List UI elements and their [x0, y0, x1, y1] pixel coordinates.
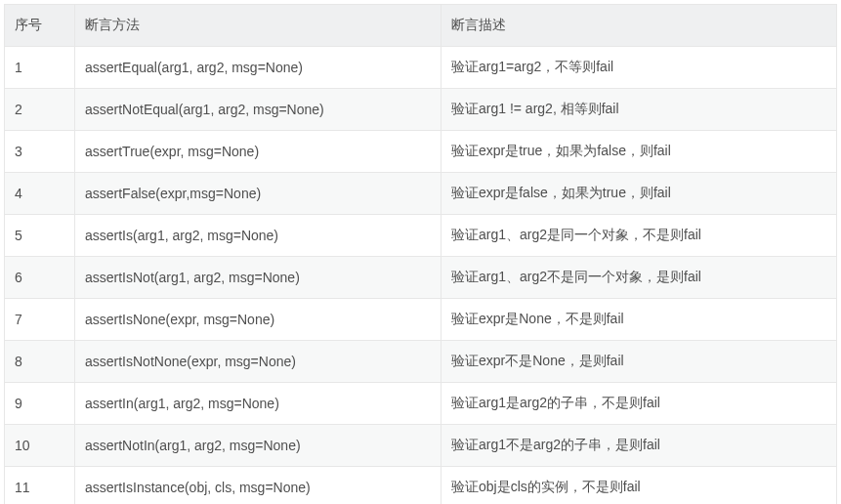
- cell-desc: 验证expr是true，如果为false，则fail: [442, 131, 837, 173]
- table-body: 1assertEqual(arg1, arg2, msg=None)验证arg1…: [5, 47, 837, 505]
- cell-desc: 验证arg1、arg2是同一个对象，不是则fail: [442, 215, 837, 257]
- table-row: 11assertIsInstance(obj, cls, msg=None)验证…: [5, 467, 837, 505]
- table-header-row: 序号 断言方法 断言描述: [5, 5, 837, 47]
- header-method: 断言方法: [75, 5, 442, 47]
- cell-desc: 验证arg1 != arg2, 相等则fail: [442, 89, 837, 131]
- table-row: 6assertIsNot(arg1, arg2, msg=None)验证arg1…: [5, 257, 837, 299]
- assertion-table: 序号 断言方法 断言描述 1assertEqual(arg1, arg2, ms…: [4, 4, 837, 504]
- cell-method: assertIn(arg1, arg2, msg=None): [75, 383, 442, 425]
- cell-method: assertIs(arg1, arg2, msg=None): [75, 215, 442, 257]
- cell-no: 8: [5, 341, 75, 383]
- cell-no: 7: [5, 299, 75, 341]
- table-row: 7assertIsNone(expr, msg=None)验证expr是None…: [5, 299, 837, 341]
- header-no: 序号: [5, 5, 75, 47]
- cell-method: assertNotIn(arg1, arg2, msg=None): [75, 425, 442, 467]
- table-row: 10assertNotIn(arg1, arg2, msg=None)验证arg…: [5, 425, 837, 467]
- cell-no: 9: [5, 383, 75, 425]
- cell-no: 5: [5, 215, 75, 257]
- cell-desc: 验证obj是cls的实例，不是则fail: [442, 467, 837, 505]
- cell-no: 6: [5, 257, 75, 299]
- cell-desc: 验证expr不是None，是则fail: [442, 341, 837, 383]
- cell-desc: 验证arg1是arg2的子串，不是则fail: [442, 383, 837, 425]
- cell-method: assertIsNot(arg1, arg2, msg=None): [75, 257, 442, 299]
- cell-method: assertTrue(expr, msg=None): [75, 131, 442, 173]
- cell-method: assertFalse(expr,msg=None): [75, 173, 442, 215]
- cell-desc: 验证expr是None，不是则fail: [442, 299, 837, 341]
- cell-method: assertIsNotNone(expr, msg=None): [75, 341, 442, 383]
- cell-method: assertIsInstance(obj, cls, msg=None): [75, 467, 442, 505]
- table-row: 8assertIsNotNone(expr, msg=None)验证expr不是…: [5, 341, 837, 383]
- cell-no: 3: [5, 131, 75, 173]
- table-row: 2assertNotEqual(arg1, arg2, msg=None)验证a…: [5, 89, 837, 131]
- cell-desc: 验证arg1=arg2，不等则fail: [442, 47, 837, 89]
- cell-method: assertNotEqual(arg1, arg2, msg=None): [75, 89, 442, 131]
- cell-no: 11: [5, 467, 75, 505]
- table-row: 4assertFalse(expr,msg=None)验证expr是false，…: [5, 173, 837, 215]
- table-row: 9assertIn(arg1, arg2, msg=None)验证arg1是ar…: [5, 383, 837, 425]
- cell-desc: 验证arg1不是arg2的子串，是则fail: [442, 425, 837, 467]
- cell-no: 1: [5, 47, 75, 89]
- cell-no: 2: [5, 89, 75, 131]
- cell-method: assertEqual(arg1, arg2, msg=None): [75, 47, 442, 89]
- cell-no: 10: [5, 425, 75, 467]
- table-row: 5assertIs(arg1, arg2, msg=None)验证arg1、ar…: [5, 215, 837, 257]
- table-row: 3assertTrue(expr, msg=None)验证expr是true，如…: [5, 131, 837, 173]
- cell-no: 4: [5, 173, 75, 215]
- header-desc: 断言描述: [442, 5, 837, 47]
- cell-method: assertIsNone(expr, msg=None): [75, 299, 442, 341]
- table-row: 1assertEqual(arg1, arg2, msg=None)验证arg1…: [5, 47, 837, 89]
- cell-desc: 验证expr是false，如果为true，则fail: [442, 173, 837, 215]
- cell-desc: 验证arg1、arg2不是同一个对象，是则fail: [442, 257, 837, 299]
